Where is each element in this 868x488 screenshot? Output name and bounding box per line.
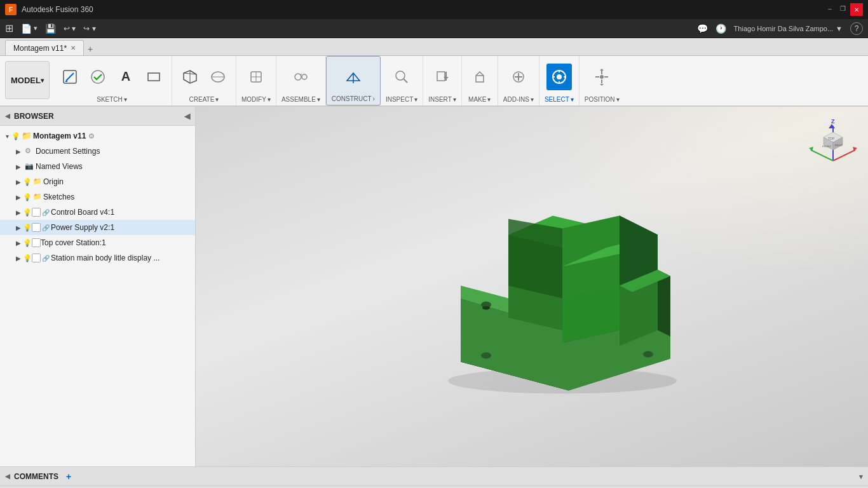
undo-btn[interactable]: ↩ ▾ — [64, 24, 76, 33]
app-menu-icon[interactable]: ⊞ — [5, 22, 13, 34]
sketches-arrow[interactable]: ▶ — [14, 193, 23, 201]
tab-close-btn[interactable]: ✕ — [71, 44, 76, 51]
make-btn[interactable] — [467, 64, 492, 90]
finish-sketch-btn[interactable] — [85, 64, 111, 90]
root-label: Montagem v11 — [33, 132, 86, 140]
named-views-camera-icon: 📷 — [25, 162, 34, 171]
svg-text:RIGHT: RIGHT — [835, 144, 843, 147]
svg-rect-20 — [437, 72, 445, 81]
comments-panel-toggle[interactable]: ▾ — [859, 473, 863, 480]
sketch-create-btn[interactable] — [57, 64, 83, 90]
select-label: SELECT — [545, 96, 569, 103]
bottom-toolbar: ⌂ ◎ ✋ 🔍 🔍▾ ▣ ⊞ ⊡ ⏮ ⏪ ▶ ⏩ ⏭ 🔄 📐 🔧 📦 🔩 📐 🔧… — [0, 485, 868, 488]
history-icon[interactable]: 🕐 — [715, 24, 726, 34]
modify-btn[interactable] — [243, 64, 269, 90]
root-settings-btn[interactable]: ⚙ — [88, 132, 95, 140]
svg-marker-71 — [829, 124, 835, 128]
inspect-label: INSPECT — [386, 96, 413, 103]
model-dropdown[interactable]: MODEL ▾ — [5, 61, 50, 99]
save-btn[interactable]: 💾 — [45, 24, 56, 34]
browser-collapse-btn[interactable]: ◀ — [184, 112, 190, 121]
tree-item-top-cover[interactable]: ▶ 💡 Top cover Station:1 — [0, 235, 195, 250]
coord-cube: Z TOP FRONT RIGHT — [804, 113, 862, 170]
svg-point-50 — [643, 351, 653, 358]
svg-marker-35 — [600, 69, 604, 71]
tree-item-origin[interactable]: ▶ 💡 📁 Origin — [0, 174, 195, 189]
origin-arrow[interactable]: ▶ — [14, 177, 23, 186]
svg-rect-4 — [148, 73, 159, 81]
restore-button[interactable]: ❐ — [837, 3, 848, 13]
svg-rect-23 — [476, 76, 484, 82]
sketch-rect-btn[interactable] — [141, 64, 166, 90]
tree-item-power-supply[interactable]: ▶ 💡 🔗 Power Supply v2:1 — [0, 220, 195, 235]
svg-marker-37 — [600, 84, 604, 86]
construct-plane-btn[interactable] — [341, 64, 366, 90]
doc-settings-arrow[interactable]: ▶ — [14, 147, 23, 156]
assemble-btn[interactable] — [288, 64, 313, 90]
add-ins-btn[interactable] — [506, 64, 531, 90]
minimize-button[interactable]: – — [825, 3, 835, 13]
svg-point-49 — [481, 353, 491, 359]
power-supply-arrow[interactable]: ▶ — [14, 223, 23, 232]
svg-marker-2 — [65, 81, 67, 82]
comments-add-btn[interactable]: + — [66, 471, 71, 482]
position-btn[interactable] — [589, 64, 614, 90]
origin-folder-icon: 📁 — [33, 177, 42, 186]
root-expand-arrow[interactable]: ▾ — [3, 132, 11, 140]
svg-text:FRONT: FRONT — [822, 145, 831, 148]
station-main-label: Station main body litle display ... — [51, 254, 159, 262]
make-label: MAKE — [468, 96, 486, 103]
top-cover-check-icon — [32, 238, 41, 247]
active-tab[interactable]: Montagem v11* ✕ — [5, 40, 84, 55]
svg-point-3 — [92, 71, 104, 83]
messages-icon[interactable]: 💬 — [697, 24, 708, 34]
add-ins-group: ADD-INS ▾ — [498, 56, 539, 105]
browser-title: BROWSER — [14, 112, 54, 121]
create-label: CREATE — [189, 96, 215, 103]
viewport[interactable]: Z TOP FRONT RIGHT — [196, 107, 868, 466]
create-box-btn[interactable] — [177, 64, 203, 90]
station-main-arrow[interactable]: ▶ — [14, 254, 23, 262]
close-button[interactable]: ✕ — [850, 3, 863, 16]
tree-item-station-main[interactable]: ▶ 💡 🔗 Station main body litle display ..… — [0, 250, 195, 266]
inspect-btn[interactable] — [389, 64, 414, 90]
top-cover-bulb-icon: 💡 — [23, 238, 32, 247]
tree-item-sketches[interactable]: ▶ 💡 📁 Sketches — [0, 189, 195, 205]
select-btn[interactable] — [546, 64, 572, 90]
station-main-check-icon — [32, 254, 41, 262]
tree-item-named-views[interactable]: ▶ 📷 Named Views — [0, 159, 195, 174]
tab-label: Montagem v11* — [13, 44, 67, 53]
svg-point-14 — [302, 74, 307, 79]
top-cover-label: Top cover Station:1 — [41, 238, 106, 247]
control-board-link-icon: 🔗 — [42, 209, 50, 216]
app-icon: F — [5, 4, 17, 15]
svg-point-46 — [482, 306, 490, 310]
doc-settings-label: Document Settings — [36, 147, 100, 156]
svg-line-19 — [403, 79, 407, 83]
new-tab-btn[interactable]: + — [84, 43, 97, 55]
tree-root[interactable]: ▾ 💡 📁 Montagem v11 ⚙ — [0, 128, 195, 144]
create-form-btn[interactable] — [205, 64, 231, 90]
svg-marker-59 — [508, 219, 562, 299]
assemble-group: ASSEMBLE ▾ — [276, 56, 326, 105]
named-views-arrow[interactable]: ▶ — [14, 162, 23, 171]
position-group: POSITION ▾ — [580, 56, 625, 105]
sketches-bulb-icon: 💡 — [23, 193, 32, 201]
new-file-btn[interactable]: 📄▾ — [21, 24, 37, 34]
modify-label: MODIFY — [241, 96, 266, 103]
user-name[interactable]: Thiago Homir Da Silva Zampo...▼ — [734, 25, 843, 32]
insert-btn[interactable] — [430, 64, 455, 90]
svg-point-13 — [295, 74, 301, 80]
browser-tree: ▾ 💡 📁 Montagem v11 ⚙ ▶ ⚙ Document Settin… — [0, 126, 195, 466]
tree-item-doc-settings[interactable]: ▶ ⚙ Document Settings — [0, 144, 195, 159]
help-icon[interactable]: ? — [850, 22, 863, 35]
control-board-arrow[interactable]: ▶ — [14, 208, 23, 217]
text-tool-btn[interactable]: A — [113, 64, 139, 90]
top-cover-arrow[interactable]: ▶ — [14, 238, 23, 247]
svg-line-1 — [66, 73, 74, 81]
tree-item-control-board[interactable]: ▶ 💡 🔗 Control Board v4:1 — [0, 205, 195, 220]
redo-btn[interactable]: ↪ ▾ — [83, 24, 95, 33]
svg-line-66 — [833, 150, 855, 161]
station-main-bulb-icon: 💡 — [23, 254, 32, 262]
title-bar: F Autodesk Fusion 360 – ❐ ✕ — [0, 0, 868, 19]
